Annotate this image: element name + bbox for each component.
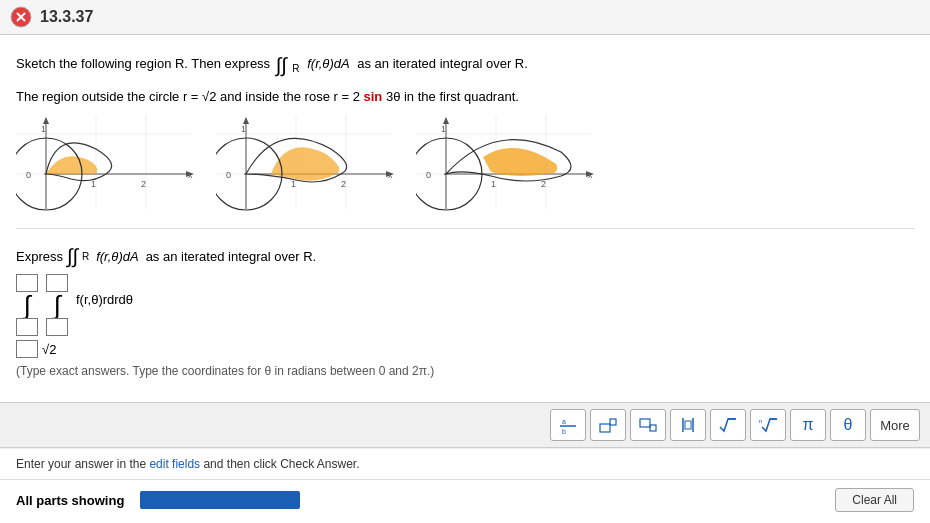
all-parts-label: All parts showing bbox=[16, 493, 124, 508]
svg-text:2: 2 bbox=[141, 179, 146, 189]
svg-rect-52 bbox=[610, 419, 616, 425]
svg-text:x: x bbox=[388, 170, 393, 180]
theta-symbol: θ bbox=[844, 416, 853, 434]
express-subscript: R bbox=[82, 251, 89, 262]
nthroot-button[interactable]: n bbox=[750, 409, 786, 441]
subscript-button[interactable] bbox=[630, 409, 666, 441]
svg-text:0: 0 bbox=[426, 170, 431, 180]
superscript-icon bbox=[598, 415, 618, 435]
problem-statement: Sketch the following region R. Then expr… bbox=[16, 49, 914, 81]
inner-integral-bounds: ∫ bbox=[46, 274, 68, 336]
graph-1-svg: x 0 1 1 2 bbox=[16, 114, 196, 219]
svg-text:n: n bbox=[759, 418, 762, 424]
svg-text:2: 2 bbox=[341, 179, 346, 189]
svg-text:1: 1 bbox=[41, 124, 46, 134]
outer-integral-bounds: ∫ bbox=[16, 274, 38, 336]
express-integral-symbol: ∫∫ bbox=[67, 245, 78, 268]
svg-text:1: 1 bbox=[491, 179, 496, 189]
footer-highlight: edit fields bbox=[149, 457, 200, 471]
condition-prefix: The region outside the circle r = √2 and… bbox=[16, 89, 364, 104]
pi-button[interactable]: π bbox=[790, 409, 826, 441]
express-suffix: as an iterated integral over R. bbox=[146, 249, 317, 264]
graph-2-svg: x 0 1 1 2 bbox=[216, 114, 396, 219]
svg-text:1: 1 bbox=[241, 124, 246, 134]
graph-3-svg: x 0 1 1 2 bbox=[416, 114, 596, 219]
svg-marker-26 bbox=[243, 117, 249, 124]
fraction-icon: a b bbox=[558, 415, 578, 435]
fraction-button[interactable]: a b bbox=[550, 409, 586, 441]
main-content: Sketch the following region R. Then expr… bbox=[0, 35, 930, 402]
absolute-value-button[interactable] bbox=[670, 409, 706, 441]
progress-bar bbox=[140, 491, 300, 509]
graph-3: x 0 1 1 2 bbox=[416, 114, 596, 214]
type-note: (Type exact answers. Type the coordinate… bbox=[16, 364, 914, 378]
inner-lower-bound[interactable] bbox=[46, 318, 68, 336]
problem-prefix: Sketch the following region R. Then expr… bbox=[16, 56, 270, 71]
integral-subscript: R bbox=[292, 63, 299, 74]
svg-text:0: 0 bbox=[26, 170, 31, 180]
inner-integral-sign: ∫ bbox=[53, 292, 60, 318]
express-integrand: f(r,θ)dA bbox=[96, 249, 138, 264]
condition-suffix: 3θ in the first quadrant. bbox=[382, 89, 519, 104]
svg-marker-11 bbox=[43, 117, 49, 124]
subscript-icon bbox=[638, 415, 658, 435]
integral-input-block: ∫ ∫ f(r,θ)rdrdθ bbox=[16, 274, 914, 336]
integrand-display: f(r,θ)rdrdθ bbox=[76, 292, 133, 307]
close-icon bbox=[10, 6, 32, 28]
graphs-row: x 0 1 1 2 bbox=[16, 114, 914, 229]
outer-integral-sign: ∫ bbox=[23, 292, 30, 318]
title-bar: 13.3.37 bbox=[0, 0, 930, 35]
condition-sin: sin bbox=[364, 89, 383, 104]
sqrt-icon bbox=[718, 415, 738, 435]
outer-lower-bound[interactable] bbox=[16, 318, 38, 336]
express-line: Express ∫∫ R f(r,θ)dA as an iterated int… bbox=[16, 245, 914, 268]
superscript-button[interactable] bbox=[590, 409, 626, 441]
problem-number: 13.3.37 bbox=[40, 8, 93, 26]
graph-1: x 0 1 1 2 bbox=[16, 114, 196, 214]
condition-text: The region outside the circle r = √2 and… bbox=[16, 89, 914, 104]
svg-text:a: a bbox=[562, 418, 566, 425]
svg-rect-57 bbox=[685, 421, 691, 429]
integrand-label: f(r,θ)dA bbox=[307, 56, 349, 71]
svg-text:x: x bbox=[588, 170, 593, 180]
sqrt-button[interactable] bbox=[710, 409, 746, 441]
nthroot-icon: n bbox=[758, 415, 778, 435]
svg-text:1: 1 bbox=[291, 179, 296, 189]
double-integral-symbol: ∫∫ bbox=[276, 49, 287, 81]
pi-symbol: π bbox=[802, 416, 813, 434]
svg-text:x: x bbox=[188, 170, 193, 180]
svg-rect-54 bbox=[650, 425, 656, 431]
clear-all-button[interactable]: Clear All bbox=[835, 488, 914, 512]
svg-text:b: b bbox=[562, 428, 566, 435]
bottom-bar: All parts showing Clear All bbox=[0, 479, 930, 520]
svg-marker-41 bbox=[443, 117, 449, 124]
problem-suffix: as an iterated integral over R. bbox=[357, 56, 528, 71]
graph-2: x 0 1 1 2 bbox=[216, 114, 396, 214]
express-label: Express bbox=[16, 249, 63, 264]
more-button[interactable]: More bbox=[870, 409, 920, 441]
svg-rect-51 bbox=[600, 424, 610, 432]
footer-bar: Enter your answer in the edit fields and… bbox=[0, 448, 930, 479]
sqrt2-label: √2 bbox=[42, 342, 56, 357]
abs-icon bbox=[678, 415, 698, 435]
sqrt2-bound-box[interactable] bbox=[16, 340, 38, 358]
svg-text:1: 1 bbox=[441, 124, 446, 134]
footer-text-suffix: and then click Check Answer. bbox=[200, 457, 359, 471]
express-section: Express ∫∫ R f(r,θ)dA as an iterated int… bbox=[16, 245, 914, 378]
footer-text-prefix: Enter your answer in the bbox=[16, 457, 149, 471]
svg-rect-53 bbox=[640, 419, 650, 427]
toolbar: a b n bbox=[0, 402, 930, 448]
theta-button[interactable]: θ bbox=[830, 409, 866, 441]
lower-bound-row: √2 bbox=[16, 340, 914, 358]
svg-text:0: 0 bbox=[226, 170, 231, 180]
